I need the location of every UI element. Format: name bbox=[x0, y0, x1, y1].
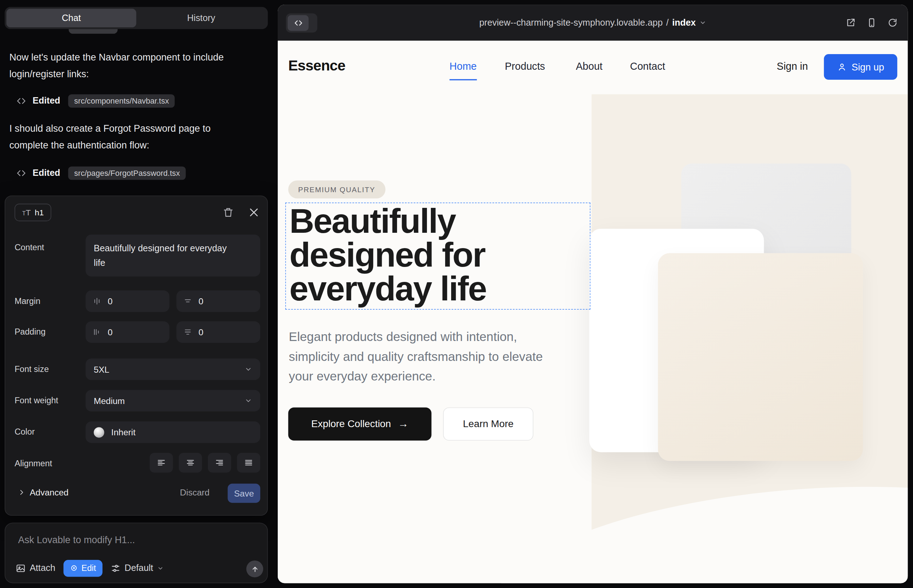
arrow-right-icon: → bbox=[398, 418, 408, 430]
browser-bar: preview--charming-site-symphony.lovable.… bbox=[278, 5, 908, 40]
margin-vertical-input[interactable]: 0 bbox=[86, 291, 169, 312]
color-select[interactable]: Inherit bbox=[86, 422, 260, 443]
margin-label: Margin bbox=[15, 296, 40, 305]
align-center-icon bbox=[186, 458, 195, 467]
padding-label: Padding bbox=[15, 327, 45, 336]
hero-headline[interactable]: Beautifully designed for everyday life bbox=[290, 204, 588, 306]
learn-more-button[interactable]: Learn More bbox=[443, 407, 533, 441]
advanced-toggle[interactable]: Advanced bbox=[18, 487, 69, 497]
attach-button[interactable]: Attach bbox=[16, 563, 55, 573]
hero-paragraph: Elegant products designed with intention… bbox=[289, 327, 568, 386]
discard-button[interactable]: Discard bbox=[180, 487, 209, 497]
nav-link-home[interactable]: Home bbox=[449, 60, 476, 81]
align-left-icon bbox=[157, 458, 166, 467]
refresh-icon[interactable] bbox=[887, 18, 898, 28]
content-label: Content bbox=[15, 243, 44, 252]
edit-mode-button[interactable]: Edit bbox=[63, 559, 102, 576]
chat-composer: Attach Edit Default bbox=[5, 522, 268, 583]
preview-window: preview--charming-site-symphony.lovable.… bbox=[278, 5, 908, 583]
chat-message: Now let's update the Navbar component to… bbox=[9, 49, 242, 82]
premium-quality-badge: PREMIUM QUALITY bbox=[288, 181, 385, 199]
sliders-icon bbox=[111, 563, 121, 573]
font-size-select[interactable]: 5XL bbox=[86, 359, 260, 380]
font-size-label: Font size bbox=[15, 365, 49, 374]
arrow-up-icon bbox=[251, 565, 259, 573]
padding-horizontal-icon bbox=[183, 328, 192, 337]
margin-horizontal-icon bbox=[183, 297, 192, 306]
content-input[interactable]: Beautifully designed for everyday life bbox=[86, 234, 260, 276]
composer-toolbar: Attach Edit Default bbox=[16, 559, 163, 577]
chevron-right-icon bbox=[18, 489, 25, 496]
chevron-down-icon bbox=[699, 19, 706, 26]
chat-panel: Chat History Now let's update the Navbar… bbox=[0, 0, 277, 588]
nav-link-products[interactable]: Products bbox=[505, 60, 545, 73]
tab-chat[interactable]: Chat bbox=[6, 9, 136, 27]
edited-label: Edited bbox=[33, 95, 60, 106]
padding-vertical-input[interactable]: 0 bbox=[86, 321, 169, 343]
edited-label: Edited bbox=[33, 168, 60, 178]
model-default-dropdown[interactable]: Default bbox=[111, 563, 164, 573]
selected-element-outline[interactable]: Beautifully designed for everyday life bbox=[285, 202, 590, 310]
typography-icon: TT bbox=[22, 208, 31, 216]
code-view-toggle[interactable] bbox=[286, 13, 317, 33]
url-path: index bbox=[672, 18, 696, 28]
delete-element-button[interactable] bbox=[223, 207, 234, 218]
close-icon[interactable] bbox=[248, 207, 260, 218]
padding-horizontal-input[interactable]: 0 bbox=[176, 321, 260, 343]
site-preview: Essence Home Products About Contact Sign… bbox=[278, 40, 908, 583]
sign-in-link[interactable]: Sign in bbox=[777, 60, 808, 73]
margin-horizontal-input[interactable]: 0 bbox=[176, 291, 260, 312]
panel-tabs: Chat History bbox=[5, 7, 268, 29]
url-separator: / bbox=[666, 18, 669, 28]
save-button[interactable]: Save bbox=[228, 484, 260, 503]
explore-collection-button[interactable]: Explore Collection → bbox=[288, 407, 431, 441]
edited-file-row: Edited src/components/Navbar.tsx bbox=[16, 93, 175, 108]
nav-link-contact[interactable]: Contact bbox=[630, 60, 665, 73]
element-tag-badge[interactable]: TT h1 bbox=[15, 204, 51, 221]
file-chip[interactable]: src/components/Navbar.tsx bbox=[68, 94, 175, 108]
alignment-label: Alignment bbox=[15, 459, 52, 468]
app-window: Chat History Now let's update the Navbar… bbox=[0, 0, 913, 588]
element-editor-panel: TT h1 Content Beautifully designed for e… bbox=[5, 195, 268, 515]
file-chip[interactable]: src/pages/ForgotPassword.tsx bbox=[68, 166, 186, 180]
chevron-down-icon bbox=[244, 397, 252, 404]
align-center-button[interactable] bbox=[179, 453, 202, 473]
open-external-icon[interactable] bbox=[845, 18, 856, 28]
image-icon bbox=[16, 563, 26, 573]
padding-vertical-icon bbox=[92, 328, 102, 337]
element-tag: h1 bbox=[35, 208, 44, 217]
color-swatch bbox=[94, 427, 104, 437]
font-weight-label: Font weight bbox=[15, 396, 58, 405]
mobile-preview-icon[interactable] bbox=[866, 18, 877, 28]
code-icon bbox=[294, 18, 303, 27]
decorative-card-beige bbox=[658, 253, 863, 461]
site-logo[interactable]: Essence bbox=[288, 57, 345, 74]
align-justify-icon bbox=[244, 458, 253, 467]
color-label: Color bbox=[15, 427, 35, 436]
send-button[interactable] bbox=[246, 561, 263, 577]
code-icon bbox=[16, 96, 26, 106]
chevron-down-icon bbox=[157, 565, 164, 571]
user-icon bbox=[837, 62, 847, 71]
align-left-button[interactable] bbox=[149, 453, 173, 473]
composer-input[interactable] bbox=[17, 533, 249, 546]
align-right-icon bbox=[215, 458, 224, 467]
sign-up-button[interactable]: Sign up bbox=[824, 54, 897, 80]
target-icon bbox=[70, 564, 78, 572]
url-domain: preview--charming-site-symphony.lovable.… bbox=[479, 18, 663, 28]
align-right-button[interactable] bbox=[208, 453, 231, 473]
url-bar: preview--charming-site-symphony.lovable.… bbox=[278, 5, 908, 40]
chat-message: I should also create a Forgot Password p… bbox=[9, 120, 242, 154]
font-weight-select[interactable]: Medium bbox=[86, 390, 260, 412]
code-icon bbox=[16, 168, 26, 178]
margin-vertical-icon bbox=[92, 297, 102, 306]
nav-link-about[interactable]: About bbox=[576, 60, 602, 73]
edited-file-row: Edited src/pages/ForgotPassword.tsx bbox=[16, 165, 186, 181]
chevron-down-icon bbox=[244, 365, 252, 373]
tab-history[interactable]: History bbox=[136, 9, 266, 27]
align-justify-button[interactable] bbox=[237, 453, 260, 473]
